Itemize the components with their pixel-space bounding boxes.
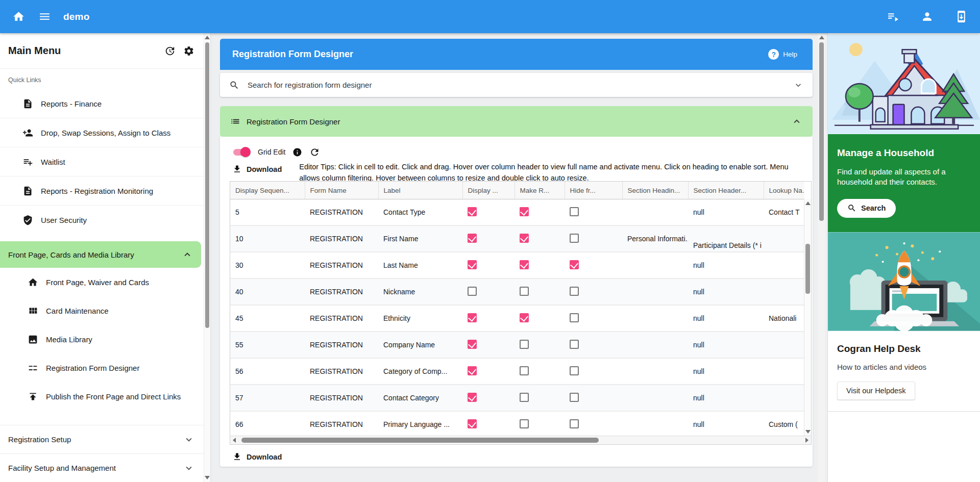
cell-display[interactable] bbox=[462, 278, 514, 305]
home-button[interactable] bbox=[12, 10, 25, 23]
cell-form[interactable]: REGISTRATION bbox=[305, 385, 378, 411]
make-required-checkbox[interactable] bbox=[520, 419, 529, 428]
scroll-up-arrow[interactable] bbox=[819, 36, 824, 39]
grid-vscroll-thumb[interactable] bbox=[805, 244, 810, 294]
cell-form[interactable]: REGISTRATION bbox=[305, 358, 378, 385]
help-button[interactable]: Help bbox=[765, 48, 800, 60]
cell-make[interactable] bbox=[514, 332, 565, 358]
make-required-checkbox[interactable] bbox=[520, 207, 529, 216]
sidebar-sub-item[interactable]: Media Library bbox=[0, 325, 204, 353]
scroll-down-arrow[interactable] bbox=[205, 476, 210, 479]
hide-from-checkbox[interactable] bbox=[570, 366, 579, 375]
menu-button[interactable] bbox=[38, 10, 51, 23]
column-header[interactable]: Form Name bbox=[305, 182, 378, 199]
sidebar-item[interactable]: Reports - Registration Monitoring bbox=[0, 176, 204, 205]
cell-label[interactable]: Nickname bbox=[378, 278, 462, 305]
cell-heading[interactable] bbox=[622, 411, 688, 436]
visit-helpdesk-button[interactable]: Visit our Helpdesk bbox=[837, 382, 915, 400]
main-scrollbar[interactable] bbox=[818, 33, 825, 482]
cell-hide[interactable] bbox=[565, 199, 622, 226]
cell-lookup[interactable] bbox=[764, 385, 804, 411]
cell-header[interactable]: null bbox=[688, 385, 764, 411]
column-header[interactable]: Display ... bbox=[462, 182, 514, 199]
cell-display[interactable] bbox=[462, 225, 514, 252]
cell-label[interactable]: Ethnicity bbox=[378, 305, 462, 332]
grid-hscroll-thumb[interactable] bbox=[241, 438, 599, 443]
cell-seq[interactable]: 57 bbox=[230, 385, 305, 411]
cell-seq[interactable]: 5 bbox=[230, 199, 305, 226]
sidebar-item[interactable]: Waitlist bbox=[0, 147, 204, 176]
cell-form[interactable]: REGISTRATION bbox=[305, 278, 378, 305]
scroll-up-arrow[interactable] bbox=[205, 36, 210, 39]
cell-label[interactable]: First Name bbox=[378, 225, 462, 252]
search-input[interactable] bbox=[247, 80, 786, 90]
cell-heading[interactable] bbox=[622, 305, 688, 332]
hide-from-checkbox[interactable] bbox=[570, 260, 579, 269]
download-button-bottom[interactable]: Download bbox=[232, 449, 286, 465]
table-row[interactable]: 57REGISTRATIONContact Categorynull bbox=[230, 385, 804, 411]
cell-lookup[interactable]: Contact T bbox=[764, 199, 804, 226]
cell-form[interactable]: REGISTRATION bbox=[305, 332, 378, 358]
cell-make[interactable] bbox=[514, 385, 565, 411]
hide-from-checkbox[interactable] bbox=[570, 419, 579, 428]
column-header[interactable]: Label bbox=[378, 182, 462, 199]
table-row[interactable]: 10REGISTRATIONFirst NamePersonal Informa… bbox=[230, 225, 804, 252]
grid-vertical-scrollbar[interactable] bbox=[804, 199, 811, 436]
cell-hide[interactable] bbox=[565, 358, 622, 385]
cell-display[interactable] bbox=[462, 385, 514, 411]
playlist-button[interactable] bbox=[887, 10, 899, 23]
cell-form[interactable]: REGISTRATION bbox=[305, 225, 378, 252]
cell-make[interactable] bbox=[514, 358, 565, 385]
cell-lookup[interactable] bbox=[764, 332, 804, 358]
cell-display[interactable] bbox=[462, 332, 514, 358]
display-online-checkbox[interactable] bbox=[468, 234, 477, 243]
cell-label[interactable]: Last Name bbox=[378, 252, 462, 278]
cell-hide[interactable] bbox=[565, 385, 622, 411]
cell-form[interactable]: REGISTRATION bbox=[305, 199, 378, 226]
cell-display[interactable] bbox=[462, 305, 514, 332]
table-row[interactable]: 66REGISTRATIONPrimary Language ...nullCu… bbox=[230, 411, 804, 436]
sidebar-item[interactable]: User Security bbox=[0, 205, 204, 234]
cell-seq[interactable]: 56 bbox=[230, 358, 305, 385]
cell-heading[interactable] bbox=[622, 358, 688, 385]
account-button[interactable] bbox=[921, 10, 934, 23]
cell-display[interactable] bbox=[462, 199, 514, 226]
make-required-checkbox[interactable] bbox=[520, 393, 529, 402]
display-online-checkbox[interactable] bbox=[468, 287, 477, 296]
scroll-up-arrow[interactable] bbox=[805, 201, 811, 205]
cell-make[interactable] bbox=[514, 252, 565, 278]
cell-display[interactable] bbox=[462, 252, 514, 278]
cell-label[interactable]: Category of Comp... bbox=[378, 358, 462, 385]
make-required-checkbox[interactable] bbox=[520, 313, 529, 322]
hide-from-checkbox[interactable] bbox=[570, 287, 579, 296]
cell-lookup[interactable] bbox=[764, 225, 804, 252]
cell-heading[interactable] bbox=[622, 385, 688, 411]
sidebar-sub-item[interactable]: Registration Form Designer bbox=[0, 353, 204, 382]
scroll-right-arrow[interactable] bbox=[805, 438, 808, 443]
cell-form[interactable]: REGISTRATION bbox=[305, 411, 378, 436]
column-header[interactable]: Lookup Na... bbox=[764, 182, 804, 199]
cell-hide[interactable] bbox=[565, 332, 622, 358]
display-online-checkbox[interactable] bbox=[468, 366, 477, 375]
cell-lookup[interactable] bbox=[764, 358, 804, 385]
cell-header[interactable]: null bbox=[688, 332, 764, 358]
sidebar-collapsed-section[interactable]: Registration Setup bbox=[0, 425, 204, 453]
hide-from-checkbox[interactable] bbox=[570, 340, 579, 349]
cell-hide[interactable] bbox=[565, 278, 622, 305]
cell-lookup[interactable]: Nationali bbox=[764, 305, 804, 332]
scroll-left-arrow[interactable] bbox=[233, 438, 236, 443]
table-row[interactable]: 56REGISTRATIONCategory of Comp...null bbox=[230, 358, 804, 385]
chevron-up-icon[interactable] bbox=[791, 116, 802, 127]
cell-header[interactable]: null bbox=[688, 358, 764, 385]
cell-seq[interactable]: 40 bbox=[230, 278, 305, 305]
cell-make[interactable] bbox=[514, 278, 565, 305]
cell-display[interactable] bbox=[462, 411, 514, 436]
column-header[interactable]: Hide fr... bbox=[565, 182, 622, 199]
reset-history-icon[interactable] bbox=[164, 45, 176, 57]
display-online-checkbox[interactable] bbox=[468, 419, 477, 428]
column-header[interactable]: Section Headin... bbox=[622, 182, 688, 199]
sidebar-scrollbar[interactable] bbox=[204, 33, 210, 482]
download-button[interactable]: Download bbox=[232, 161, 286, 177]
cell-lookup[interactable] bbox=[764, 278, 804, 305]
cell-hide[interactable] bbox=[565, 411, 622, 436]
